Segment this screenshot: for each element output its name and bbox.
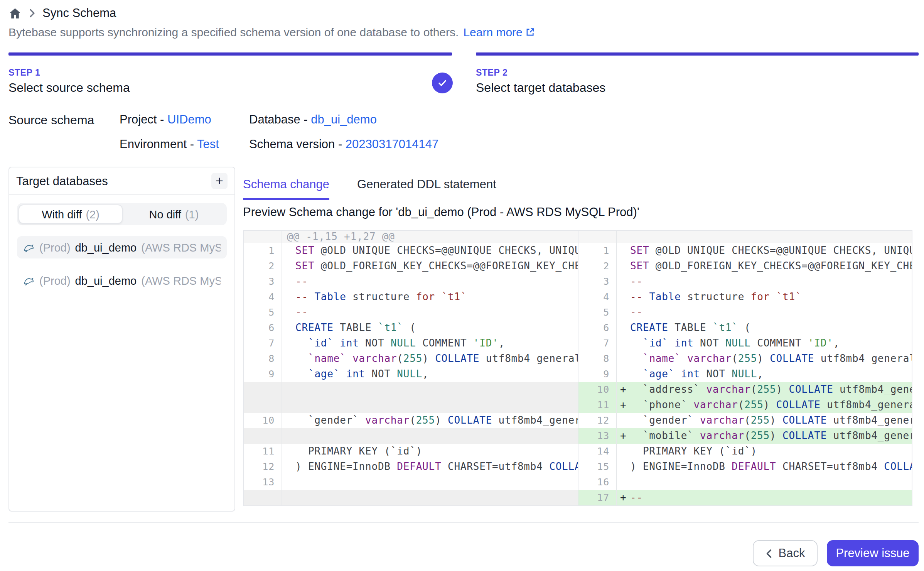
diff-row: 10 `gender` varchar(255) COLLATE utf8mb4…: [244, 413, 578, 428]
add-target-database-button[interactable]: +: [211, 173, 228, 189]
diff-row: 2SET @OLD_FOREIGN_KEY_CHECKS=@@FOREIGN_K…: [578, 258, 912, 274]
db-name: db_ui_demo: [75, 241, 137, 253]
diff-filter-segmented-control: With diff (2) No diff (1): [17, 203, 227, 225]
db-instance: (AWS RDS MyS...: [141, 274, 221, 287]
tab-no-diff[interactable]: No diff (1): [123, 204, 225, 224]
preview-issue-button[interactable]: Preview issue: [827, 540, 919, 566]
step2-label: STEP 2: [476, 68, 605, 77]
diff-row: [244, 382, 578, 397]
source-project-field: Project - UIDemo: [120, 113, 211, 127]
page-title: Sync Schema: [42, 6, 116, 20]
preview-title: Preview Schema change for 'db_ui_demo (P…: [243, 205, 639, 219]
db-environment: (Prod): [39, 274, 71, 287]
back-button[interactable]: Back: [753, 540, 818, 566]
db-instance: (AWS RDS MyS...: [141, 241, 221, 253]
step1-progress-bar: [8, 52, 452, 56]
diff-row: [578, 231, 912, 243]
diff-row: 13: [244, 475, 578, 490]
diff-row: 14 PRIMARY KEY (`id`): [578, 444, 912, 459]
project-link[interactable]: UIDemo: [167, 113, 211, 126]
database-field-name: Database: [249, 113, 300, 126]
diff-row: [244, 490, 578, 505]
schema-diff-viewer: @@ -1,15 +1,27 @@1SET @OLD_UNIQUE_CHECKS…: [243, 230, 912, 506]
target-database-item[interactable]: (Prod) db_ui_demo (AWS RDS MyS...: [17, 236, 227, 258]
diff-row: 4-- Table structure for `t1`: [578, 289, 912, 305]
sync-schema-page: Sync Schema Bytebase supports synchroniz…: [0, 0, 924, 571]
diff-row: 6CREATE TABLE `t1` (: [578, 320, 912, 336]
step2-progress-bar: [476, 52, 919, 56]
target-database-list: (Prod) db_ui_demo (AWS RDS MyS... (Prod)…: [9, 236, 234, 292]
intro-description: Bytebase supports synchronizing a specif…: [8, 25, 459, 39]
database-link[interactable]: db_ui_demo: [311, 113, 377, 126]
tab-generated-ddl[interactable]: Generated DDL statement: [357, 177, 496, 200]
no-diff-count: (1): [185, 208, 199, 220]
step1-block: STEP 1 Select source schema: [8, 68, 130, 95]
target-databases-panel: Target databases + With diff (2) No diff…: [8, 167, 235, 512]
preview-tabs: Schema change Generated DDL statement: [243, 177, 496, 200]
diff-row: 3--: [244, 274, 578, 289]
environment-field-name: Environment: [120, 137, 187, 150]
diff-row: 5--: [578, 305, 912, 320]
footer-divider: [8, 522, 919, 523]
diff-row: 6CREATE TABLE `t1` (: [244, 320, 578, 336]
source-schema-version-field: Schema version - 20230317014147: [249, 137, 438, 151]
diff-pane-original: @@ -1,15 +1,27 @@1SET @OLD_UNIQUE_CHECKS…: [244, 231, 578, 505]
source-schema-label: Source schema: [8, 113, 94, 127]
diff-row: 8 `name` varchar(255) COLLATE utf8mb4_ge…: [244, 351, 578, 367]
diff-row: 7 `id` int NOT NULL COMMENT 'ID',: [578, 336, 912, 351]
diff-row: 4-- Table structure for `t1`: [244, 289, 578, 305]
diff-row: 10+ `address` varchar(255) COLLATE utf8m…: [578, 382, 912, 397]
step2-title: Select target databases: [476, 81, 605, 95]
diff-row: 12 `gender` varchar(255) COLLATE utf8mb4…: [578, 413, 912, 428]
chevron-left-icon: [766, 548, 773, 558]
diff-row: 16: [578, 475, 912, 490]
tab-schema-change[interactable]: Schema change: [243, 177, 329, 200]
diff-pane-modified: 1SET @OLD_UNIQUE_CHECKS=@@UNIQUE_CHECKS,…: [578, 231, 912, 505]
home-icon[interactable]: [8, 7, 22, 20]
diff-row: [244, 397, 578, 413]
learn-more-link[interactable]: Learn more: [463, 25, 535, 39]
diff-row: 13+ `mobile` varchar(255) COLLATE utf8mb…: [578, 428, 912, 444]
target-panel-title: Target databases: [16, 174, 108, 188]
source-database-field: Database - db_ui_demo: [249, 113, 377, 127]
breadcrumb: Sync Schema: [8, 6, 116, 20]
db-name: db_ui_demo: [75, 274, 137, 287]
diff-row: 12) ENGINE=InnoDB DEFAULT CHARSET=utf8mb…: [244, 459, 578, 475]
diff-row: [244, 428, 578, 444]
learn-more-label: Learn more: [463, 25, 522, 39]
diff-row: 17+--: [578, 490, 912, 505]
diff-row: 3--: [578, 274, 912, 289]
environment-link[interactable]: Test: [197, 137, 219, 150]
diff-row: 8 `name` varchar(255) COLLATE utf8mb4_ge…: [578, 351, 912, 367]
schema-version-link[interactable]: 20230317014147: [346, 137, 438, 150]
diff-row: 7 `id` int NOT NULL COMMENT 'ID',: [244, 336, 578, 351]
external-link-icon: [526, 27, 536, 37]
target-database-item[interactable]: (Prod) db_ui_demo (AWS RDS MyS...: [17, 269, 227, 292]
chevron-right-icon: [29, 8, 35, 18]
with-diff-label: With diff: [42, 208, 82, 220]
mysql-dolphin-icon: [23, 275, 35, 286]
diff-row: 5--: [244, 305, 578, 320]
diff-row: 9 `age` int NOT NULL,: [578, 367, 912, 382]
with-diff-count: (2): [86, 208, 99, 220]
db-environment: (Prod): [39, 241, 71, 253]
step1-label: STEP 1: [8, 68, 130, 77]
tab-with-diff[interactable]: With diff (2): [19, 204, 123, 224]
diff-row: 11 PRIMARY KEY (`id`): [244, 444, 578, 459]
target-panel-header: Target databases +: [9, 167, 234, 195]
back-button-label: Back: [779, 546, 805, 560]
step2-block: STEP 2 Select target databases: [476, 68, 605, 95]
step1-title: Select source schema: [8, 81, 130, 95]
diff-row: 1SET @OLD_UNIQUE_CHECKS=@@UNIQUE_CHECKS,…: [244, 243, 578, 258]
schema-version-field-name: Schema version: [249, 137, 335, 150]
source-environment-field: Environment - Test: [120, 137, 219, 151]
diff-row: 9 `age` int NOT NULL,: [244, 367, 578, 382]
diff-row: 2SET @OLD_FOREIGN_KEY_CHECKS=@@FOREIGN_K…: [244, 258, 578, 274]
diff-row: 11+ `phone` varchar(255) COLLATE utf8mb4…: [578, 397, 912, 413]
diff-row: 15) ENGINE=InnoDB DEFAULT CHARSET=utf8mb…: [578, 459, 912, 475]
no-diff-label: No diff: [149, 208, 181, 220]
project-field-name: Project: [120, 113, 157, 126]
step1-completed-check-icon: [432, 73, 453, 93]
intro-text: Bytebase supports synchronizing a specif…: [8, 25, 536, 39]
diff-row: @@ -1,15 +1,27 @@: [244, 231, 578, 243]
